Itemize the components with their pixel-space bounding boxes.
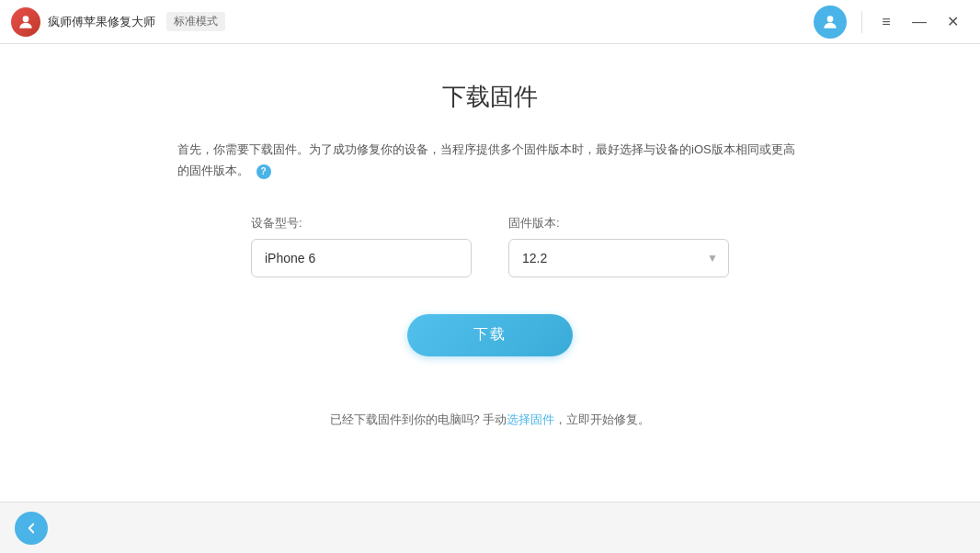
download-button[interactable]: 下载 — [407, 314, 573, 356]
select-firmware-link[interactable]: 选择固件 — [507, 412, 554, 426]
footer-note: 已经下载固件到你的电脑吗? 手动选择固件，立即开始修复。 — [330, 412, 651, 428]
firmware-label: 固件版本: — [508, 215, 729, 231]
version-select-wrapper: 12.2 12.1.4 12.1.3 12.1.2 12.1.1 12.0 ▼ — [508, 239, 729, 277]
svg-point-0 — [23, 16, 29, 22]
description: 首先，你需要下载固件。为了成功修复你的设备，当程序提供多个固件版本时，最好选择与… — [177, 139, 803, 182]
device-input — [251, 239, 472, 277]
firmware-form-group: 固件版本: 12.2 12.1.4 12.1.3 12.1.2 12.1.1 1… — [508, 215, 729, 277]
form-row: 设备型号: 固件版本: 12.2 12.1.4 12.1.3 12.1.2 12… — [205, 215, 775, 277]
menu-button[interactable]: ≡ — [870, 6, 903, 39]
app-logo — [11, 7, 40, 37]
firmware-select[interactable]: 12.2 12.1.4 12.1.3 12.1.2 12.1.1 12.0 — [508, 239, 729, 277]
account-icon[interactable] — [814, 6, 847, 39]
app-name: 疯师傅苹果修复大师 — [48, 14, 155, 30]
help-icon[interactable]: ? — [256, 164, 271, 179]
back-button[interactable] — [15, 512, 48, 545]
minimize-button[interactable]: — — [903, 6, 936, 39]
main-content: 下载固件 首先，你需要下载固件。为了成功修复你的设备，当程序提供多个固件版本时，… — [0, 44, 980, 502]
title-bar: 疯师傅苹果修复大师 标准模式 ≡ — ✕ — [0, 0, 980, 44]
close-button[interactable]: ✕ — [936, 6, 969, 39]
bottom-bar — [0, 502, 980, 553]
divider — [861, 11, 862, 33]
device-form-group: 设备型号: — [251, 215, 472, 277]
svg-point-1 — [827, 16, 834, 22]
device-label: 设备型号: — [251, 215, 472, 231]
mode-badge: 标准模式 — [166, 12, 225, 31]
page-title: 下载固件 — [442, 81, 538, 113]
